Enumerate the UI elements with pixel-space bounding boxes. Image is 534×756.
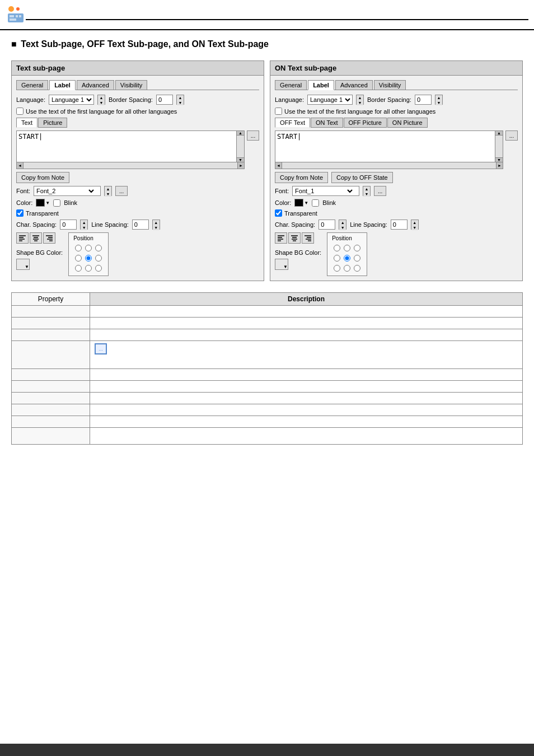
left-pos-ml[interactable] [73, 253, 83, 263]
right-font-spinner-up[interactable]: ▲ [363, 186, 370, 192]
right-language-spinner[interactable]: ▲ ▼ [356, 95, 364, 105]
right-tab-advanced[interactable]: Advanced [335, 80, 373, 90]
right-transparent-check[interactable] [275, 209, 282, 217]
left-border-spacing-spinner[interactable]: ▲ ▼ [176, 95, 184, 105]
left-font-select[interactable]: Font_2 [34, 186, 96, 195]
left-color-swatch[interactable] [36, 199, 45, 207]
left-hscroll-left[interactable]: ◄ [17, 162, 24, 169]
left-pos-bc[interactable] [83, 263, 93, 273]
left-color-control[interactable]: ▼ [36, 199, 50, 207]
right-font-spinner-down[interactable]: ▼ [363, 192, 370, 197]
left-tab-general[interactable]: General [16, 80, 48, 90]
left-font-spinner-down[interactable]: ▼ [105, 192, 111, 197]
right-pos-bc[interactable] [342, 263, 352, 273]
left-line-spinner[interactable]: ▲ ▼ [152, 220, 160, 230]
right-copy-to-off-btn[interactable]: Copy to OFF State [331, 172, 393, 183]
right-align-center-btn[interactable] [288, 232, 301, 244]
right-align-left-btn[interactable] [275, 232, 287, 244]
right-color-arrow[interactable]: ▼ [304, 200, 308, 206]
right-hscroll-right[interactable]: ► [496, 162, 503, 169]
right-blink-check[interactable] [312, 199, 319, 207]
right-language-spinner-down[interactable]: ▼ [357, 100, 363, 105]
right-copy-from-note-btn[interactable]: Copy from Note [275, 172, 328, 183]
right-tab-general[interactable]: General [275, 80, 307, 90]
left-pos-tc[interactable] [83, 243, 93, 253]
left-vscroll-down[interactable]: ▼ [237, 157, 244, 162]
left-copy-from-note-btn[interactable]: Copy from Note [16, 172, 69, 183]
left-textarea-ellipsis[interactable]: ... [247, 130, 259, 141]
left-language-select[interactable]: Language 1 [49, 95, 93, 104]
left-char-spinner[interactable]: ▲ ▼ [80, 220, 88, 230]
left-line-spacing-input[interactable] [132, 220, 149, 230]
right-pos-ml[interactable] [332, 253, 342, 263]
right-textarea[interactable]: START| [275, 131, 495, 162]
right-sub-tab-on-picture[interactable]: ON Picture [387, 118, 428, 128]
left-shape-swatch[interactable]: ▼ [16, 259, 30, 270]
left-pos-tl[interactable] [73, 243, 83, 253]
left-align-center-btn[interactable] [30, 232, 42, 244]
left-font-spinner[interactable]: ▲ ▼ [104, 186, 112, 196]
right-color-swatch[interactable] [294, 199, 303, 207]
left-language-spinner-up[interactable]: ▲ [98, 95, 105, 100]
left-language-spinner[interactable]: ▲ ▼ [97, 95, 105, 105]
left-language-select-wrapper[interactable]: Language 1 [49, 95, 94, 105]
left-transparent-check[interactable] [16, 209, 24, 217]
right-textarea-ellipsis[interactable]: ... [505, 130, 518, 141]
right-pos-tc[interactable] [342, 243, 352, 253]
right-char-spinner-up[interactable]: ▲ [339, 220, 346, 225]
right-char-spacing-input[interactable] [318, 220, 335, 230]
left-textarea-hscroll[interactable]: ◄ ► [17, 162, 244, 169]
right-tab-label[interactable]: Label [308, 80, 334, 90]
right-pos-tr[interactable] [352, 243, 362, 253]
right-language-spinner-up[interactable]: ▲ [357, 95, 363, 100]
left-align-right-btn[interactable] [43, 232, 55, 244]
right-vscroll-down[interactable]: ▼ [495, 157, 503, 162]
right-char-spinner[interactable]: ▲ ▼ [339, 220, 346, 230]
right-sub-tab-off-text[interactable]: OFF Text [275, 118, 310, 128]
left-pos-bl[interactable] [73, 263, 83, 273]
left-char-spacing-input[interactable] [60, 220, 77, 230]
left-char-spinner-down[interactable]: ▼ [81, 225, 87, 230]
left-textarea-vscroll[interactable]: ▲ ▼ [236, 131, 244, 162]
right-line-spinner-up[interactable]: ▲ [411, 220, 418, 225]
right-language-select-wrapper[interactable]: Language 1 [307, 95, 353, 105]
right-line-spinner[interactable]: ▲ ▼ [411, 220, 419, 230]
right-sub-tab-on-text[interactable]: ON Text [311, 118, 343, 128]
right-char-spinner-down[interactable]: ▼ [339, 225, 346, 230]
right-align-right-btn[interactable] [302, 232, 314, 244]
right-pos-mc[interactable] [342, 253, 352, 263]
left-color-arrow[interactable]: ▼ [45, 200, 50, 206]
right-textarea-vscroll[interactable]: ▲ ▼ [495, 131, 503, 162]
left-vscroll-up[interactable]: ▲ [237, 131, 244, 136]
left-first-language-check[interactable] [16, 108, 24, 115]
left-line-spinner-down[interactable]: ▼ [153, 225, 160, 230]
left-textarea[interactable]: START| [17, 131, 236, 162]
right-line-spacing-input[interactable] [391, 220, 407, 230]
right-font-select[interactable]: Font_1 [293, 186, 354, 195]
right-hscroll-left[interactable]: ◄ [275, 162, 282, 169]
left-border-spacing-input[interactable] [156, 95, 173, 105]
right-pos-bl[interactable] [332, 263, 342, 273]
left-sub-tab-picture[interactable]: Picture [38, 118, 67, 128]
right-language-select[interactable]: Language 1 [308, 95, 352, 104]
left-font-spinner-up[interactable]: ▲ [105, 186, 111, 192]
right-tab-visibility[interactable]: Visibility [374, 80, 406, 90]
left-border-spacing-spinner-up[interactable]: ▲ [177, 95, 184, 100]
right-vscroll-up[interactable]: ▲ [495, 131, 503, 136]
right-border-spacing-spinner-down[interactable]: ▼ [435, 100, 442, 105]
left-hscroll-right[interactable]: ► [237, 162, 244, 169]
right-sub-tab-off-picture[interactable]: OFF Picture [344, 118, 387, 128]
left-align-left-btn[interactable] [16, 232, 29, 244]
right-font-spinner[interactable]: ▲ ▼ [363, 186, 371, 196]
right-color-control[interactable]: ▼ [294, 199, 308, 207]
right-font-ellipsis[interactable]: ... [374, 186, 386, 196]
right-pos-tl[interactable] [332, 243, 342, 253]
left-pos-br[interactable] [93, 263, 104, 273]
left-tab-label[interactable]: Label [49, 80, 76, 90]
left-sub-tab-text[interactable]: Text [16, 118, 38, 128]
right-pos-mr[interactable] [352, 253, 362, 263]
left-font-select-wrapper[interactable]: Font_2 [34, 186, 101, 196]
right-border-spacing-input[interactable] [415, 95, 432, 105]
left-pos-tr[interactable] [93, 243, 104, 253]
left-blink-check[interactable] [53, 199, 60, 207]
